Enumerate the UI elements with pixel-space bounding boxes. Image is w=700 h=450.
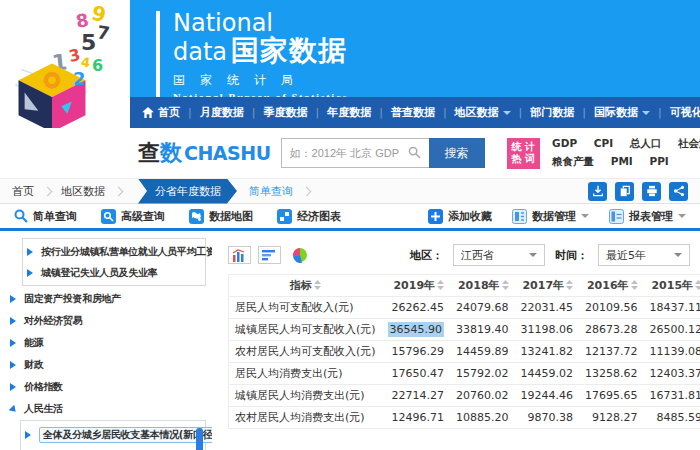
pie-chart-view-button[interactable]	[288, 246, 311, 264]
sidebar-item-savings[interactable]: 城乡居民人民币储蓄存款(年底余额)	[25, 446, 195, 450]
cell-value[interactable]: 22714.27	[382, 385, 451, 407]
cell-value[interactable]: 20760.02	[450, 385, 515, 407]
falling-number: 7	[96, 23, 111, 43]
nav-item-international[interactable]: 国际数据	[574, 105, 650, 120]
breadcrumb-simple-query[interactable]: 简单查询	[249, 184, 293, 199]
nav-item-regional[interactable]: 地区数据	[435, 105, 511, 120]
region-select[interactable]: 江西省	[453, 244, 545, 266]
economic-charts-tab[interactable]: 经济图表	[277, 209, 341, 224]
report-manage-menu[interactable]: 报表管理	[609, 209, 686, 224]
sidebar-item-price-index[interactable]: 价格指数	[10, 376, 212, 398]
bar-chart-view-button[interactable]	[228, 246, 251, 264]
nav-item-quarterly[interactable]: 季度数据	[244, 105, 308, 120]
cell-value[interactable]: 20109.56	[579, 297, 644, 319]
data-map-tab[interactable]: 数据地图	[189, 209, 253, 224]
nav-item-annual[interactable]: 年度数据	[307, 105, 371, 120]
column-header-indicator[interactable]: 指标	[229, 275, 382, 297]
hot-word-ppi[interactable]: PPI	[649, 155, 668, 167]
cell-value[interactable]: 18437.11	[644, 297, 700, 319]
cell-value[interactable]: 12403.37	[644, 363, 700, 385]
row-indicator: 城镇居民人均可支配收入(元)	[229, 319, 382, 341]
triangle-icon	[27, 269, 37, 277]
print-button[interactable]	[642, 182, 661, 201]
column-header-2015[interactable]: 2015年	[644, 275, 700, 297]
cell-value[interactable]: 9870.38	[515, 407, 580, 429]
column-header-2018[interactable]: 2018年	[450, 275, 515, 297]
cell-value[interactable]: 9128.27	[579, 407, 644, 429]
cell-value[interactable]: 17650.47	[382, 363, 451, 385]
cell-value[interactable]: 10885.20	[450, 407, 515, 429]
sidebar-item-fixed-assets[interactable]: 固定资产投资和房地产	[10, 288, 212, 310]
cell-value[interactable]: 19244.46	[515, 385, 580, 407]
hot-word-pmi[interactable]: PMI	[611, 155, 633, 167]
cell-value[interactable]: 24079.68	[450, 297, 515, 319]
main-nav: 首页 月度数据 季度数据 年度数据 普查数据 地区数据 部门数据 国际数据 可视…	[130, 97, 700, 128]
cell-value[interactable]: 11139.08	[644, 341, 700, 363]
cell-value[interactable]: 15792.02	[450, 363, 515, 385]
nav-item-visualization[interactable]: 可视化产品	[650, 105, 700, 120]
cell-value[interactable]: 15796.29	[382, 341, 451, 363]
cell-value[interactable]: 14459.02	[515, 363, 580, 385]
column-header-2017[interactable]: 2017年	[515, 275, 580, 297]
cell-value[interactable]: 31198.06	[515, 319, 580, 341]
breadcrumb-active-tab[interactable]: 分省年度数据	[138, 179, 237, 204]
cell-value[interactable]: 12137.72	[579, 341, 644, 363]
sort-icon	[314, 280, 321, 290]
triangle-icon	[10, 361, 20, 369]
nav-item-home[interactable]: 首页	[142, 105, 180, 120]
copy-button[interactable]	[615, 182, 634, 201]
cell-value[interactable]: 14459.89	[450, 341, 515, 363]
add-favorite-button[interactable]: 添加收藏	[428, 209, 492, 224]
nav-item-department[interactable]: 部门数据	[511, 105, 575, 120]
cell-value[interactable]: 16731.81	[644, 385, 700, 407]
sidebar-item-energy[interactable]: 能源	[10, 332, 212, 354]
time-select[interactable]: 最近5年	[598, 244, 690, 266]
sidebar-scrollbar[interactable]	[196, 428, 203, 450]
breadcrumb-regional-data[interactable]: 地区数据	[61, 184, 105, 199]
search-input[interactable]	[281, 138, 429, 168]
nav-item-census[interactable]: 普查数据	[371, 105, 435, 120]
sidebar-item-people-life[interactable]: 人民生活	[10, 398, 212, 420]
query-toolbar: 简单查询 高级查询 数据地图 经济图表 添加收藏 数据管理	[0, 204, 700, 231]
data-manage-menu[interactable]: 数据管理	[512, 209, 589, 224]
sidebar-subgroup-people-life: 全体及分城乡居民收支基本情况(新口径) 城乡居民人民币储蓄存款(年底余额) 城镇…	[20, 420, 206, 450]
sidebar-item-income-basic-selected[interactable]: 全体及分城乡居民收支基本情况(新口径)	[25, 424, 195, 446]
cell-value[interactable]: 17695.65	[579, 385, 644, 407]
hbar-chart-view-button[interactable]	[258, 246, 281, 264]
simple-query-tab[interactable]: 简单查询	[14, 209, 77, 224]
cell-value[interactable]: 12496.71	[382, 407, 451, 429]
breadcrumb-home[interactable]: 首页	[12, 184, 34, 199]
column-header-2019[interactable]: 2019年	[382, 275, 451, 297]
cell-value[interactable]: 13241.82	[515, 341, 580, 363]
economic-charts-icon	[277, 209, 292, 224]
download-button[interactable]	[588, 182, 607, 201]
cell-value[interactable]: 26262.45	[382, 297, 451, 319]
column-header-2016[interactable]: 2016年	[579, 275, 644, 297]
sidebar-item-finance[interactable]: 财政	[10, 354, 212, 376]
search-button[interactable]: 搜索	[429, 138, 485, 168]
cell-value[interactable]: 28673.28	[579, 319, 644, 341]
hot-word-gdp[interactable]: GDP	[552, 137, 577, 149]
cell-value[interactable]: 26500.12	[644, 319, 700, 341]
advanced-query-tab[interactable]: 高级查询	[101, 209, 165, 224]
hot-word-grain[interactable]: 粮食产量	[552, 155, 594, 167]
share-button[interactable]	[669, 182, 688, 201]
header-banner: National data 国家数据 国家统计局 National Bureau…	[130, 0, 700, 97]
horizontal-bar-icon	[262, 249, 277, 261]
copy-icon	[619, 185, 631, 197]
sidebar-item-unemployment[interactable]: 城镇登记失业人员及失业率	[27, 262, 201, 283]
triangle-icon	[27, 248, 37, 256]
sidebar-item-private-wage[interactable]: 按行业分城镇私营单位就业人员平均工资	[27, 241, 201, 262]
cell-value-highlighted[interactable]: 36545.90	[382, 319, 451, 341]
cell-value[interactable]: 33819.40	[450, 319, 515, 341]
hot-word-retail[interactable]: 社会消费品零售总额	[678, 137, 700, 149]
nav-item-monthly[interactable]: 月度数据	[180, 105, 244, 120]
table-controls: 地区： 江西省 时间： 最近5年	[228, 244, 690, 266]
cell-value[interactable]: 8485.59	[644, 407, 700, 429]
cell-value[interactable]: 22031.45	[515, 297, 580, 319]
hot-word-population[interactable]: 总人口	[630, 137, 662, 149]
hot-word-cpi[interactable]: CPI	[594, 137, 613, 149]
sidebar-item-foreign-trade[interactable]: 对外经济贸易	[10, 310, 212, 332]
cell-value[interactable]: 13258.62	[579, 363, 644, 385]
triangle-icon	[25, 431, 35, 439]
